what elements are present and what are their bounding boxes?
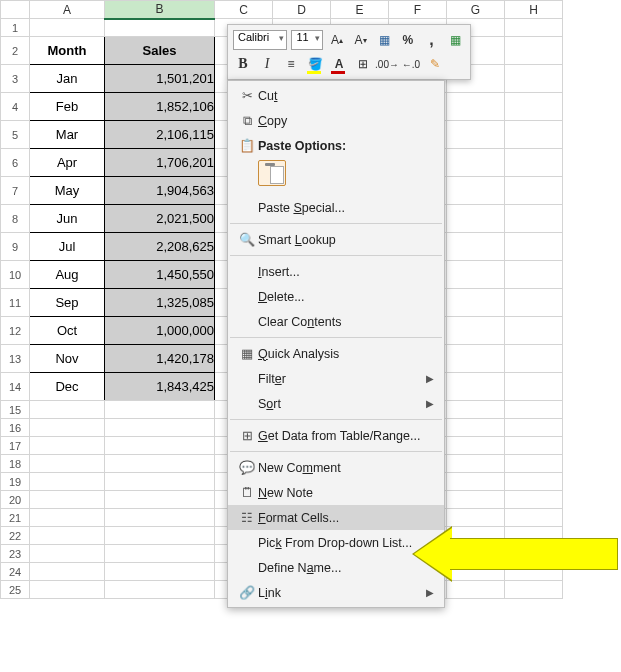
menu-sort[interactable]: Sort ▶ <box>228 391 444 416</box>
row-1[interactable]: 1 <box>1 19 30 37</box>
cell-sales[interactable]: 2,208,625 <box>105 233 215 261</box>
cell-sales[interactable]: 1,450,550 <box>105 261 215 289</box>
row-7[interactable]: 7 <box>1 177 30 205</box>
cell-sales[interactable]: 1,843,425 <box>105 373 215 401</box>
cell-sales[interactable]: 1,706,201 <box>105 149 215 177</box>
menu-copy[interactable]: ⧉ Copy <box>228 108 444 133</box>
select-all[interactable] <box>1 1 30 19</box>
row-20[interactable]: 20 <box>1 491 30 509</box>
cell-month[interactable]: Feb <box>30 93 105 121</box>
col-H[interactable]: H <box>505 1 563 19</box>
menu-delete[interactable]: Delete... <box>228 284 444 309</box>
header-month[interactable]: Month <box>30 37 105 65</box>
format-painter-icon[interactable]: ✎ <box>425 54 445 74</box>
bold-button[interactable]: B <box>233 54 253 74</box>
increase-font-icon[interactable]: A▴ <box>327 30 347 50</box>
cell-sales[interactable]: 1,501,201 <box>105 65 215 93</box>
cell-month[interactable]: May <box>30 177 105 205</box>
row-19[interactable]: 19 <box>1 473 30 491</box>
row-9[interactable]: 9 <box>1 233 30 261</box>
row-4[interactable]: 4 <box>1 93 30 121</box>
cell-sales[interactable]: 1,904,563 <box>105 177 215 205</box>
cell-sales[interactable]: 1,325,085 <box>105 289 215 317</box>
row-12[interactable]: 12 <box>1 317 30 345</box>
cell-month[interactable]: Oct <box>30 317 105 345</box>
row-13[interactable]: 13 <box>1 345 30 373</box>
menu-smart-lookup[interactable]: 🔍 Smart Lookup <box>228 227 444 252</box>
col-D[interactable]: D <box>273 1 331 19</box>
menu-cut[interactable]: ✂ Cut <box>228 83 444 108</box>
italic-button[interactable]: I <box>257 54 277 74</box>
col-E[interactable]: E <box>331 1 389 19</box>
col-F[interactable]: F <box>389 1 447 19</box>
row-11[interactable]: 11 <box>1 289 30 317</box>
quick-analysis-icon: ▦ <box>236 346 258 361</box>
chevron-right-icon: ▶ <box>426 373 434 384</box>
percent-icon[interactable]: % <box>398 30 418 50</box>
comma-icon[interactable]: , <box>422 30 442 50</box>
menu-paste-special[interactable]: Paste Special... <box>228 195 444 220</box>
cell-month[interactable]: Dec <box>30 373 105 401</box>
row-10[interactable]: 10 <box>1 261 30 289</box>
cell-month[interactable]: Jan <box>30 65 105 93</box>
font-select[interactable]: Calibri <box>233 30 287 50</box>
row-16[interactable]: 16 <box>1 419 30 437</box>
col-A[interactable]: A <box>30 1 105 19</box>
col-B[interactable]: B <box>105 1 215 19</box>
row-14[interactable]: 14 <box>1 373 30 401</box>
cell-sales[interactable]: 2,106,115 <box>105 121 215 149</box>
row-3[interactable]: 3 <box>1 65 30 93</box>
menu-new-comment[interactable]: 💬 New Comment <box>228 455 444 480</box>
comment-icon: 💬 <box>236 460 258 475</box>
row-6[interactable]: 6 <box>1 149 30 177</box>
col-G[interactable]: G <box>447 1 505 19</box>
cell-sales[interactable]: 1,852,106 <box>105 93 215 121</box>
align-icon[interactable]: ≡ <box>281 54 301 74</box>
row-8[interactable]: 8 <box>1 205 30 233</box>
cell-sales[interactable]: 1,420,178 <box>105 345 215 373</box>
row-18[interactable]: 18 <box>1 455 30 473</box>
row-17[interactable]: 17 <box>1 437 30 455</box>
increase-decimal-icon[interactable]: .00→ <box>377 54 397 74</box>
copy-icon: ⧉ <box>236 113 258 129</box>
cell-month[interactable]: Apr <box>30 149 105 177</box>
menu-clear-contents[interactable]: Clear Contents <box>228 309 444 334</box>
link-icon: 🔗 <box>236 585 258 600</box>
mini-toolbar: Calibri 11 A▴ A▾ ▦ % , ▦ B I ≡ 🪣 A ⊞ .00… <box>227 24 471 80</box>
paste-option-default[interactable] <box>258 160 286 186</box>
fill-color-icon[interactable]: 🪣 <box>305 54 325 74</box>
decrease-font-icon[interactable]: A▾ <box>351 30 371 50</box>
cell-month[interactable]: Mar <box>30 121 105 149</box>
borders-icon[interactable]: ⊞ <box>353 54 373 74</box>
header-sales[interactable]: Sales <box>105 37 215 65</box>
row-15[interactable]: 15 <box>1 401 30 419</box>
cell-month[interactable]: Aug <box>30 261 105 289</box>
cell-month[interactable]: Jun <box>30 205 105 233</box>
col-C[interactable]: C <box>215 1 273 19</box>
font-color-icon[interactable]: A <box>329 54 349 74</box>
chevron-right-icon: ▶ <box>426 398 434 409</box>
row-25[interactable]: 25 <box>1 581 30 599</box>
row-23[interactable]: 23 <box>1 545 30 563</box>
paste-icon: 📋 <box>236 138 258 153</box>
font-size-select[interactable]: 11 <box>291 30 323 50</box>
row-22[interactable]: 22 <box>1 527 30 545</box>
cell-month[interactable]: Jul <box>30 233 105 261</box>
menu-new-note[interactable]: 🗒 New Note <box>228 480 444 505</box>
cell-sales[interactable]: 2,021,500 <box>105 205 215 233</box>
row-24[interactable]: 24 <box>1 563 30 581</box>
format-table-icon[interactable]: ▦ <box>445 30 465 50</box>
menu-filter[interactable]: Filter ▶ <box>228 366 444 391</box>
row-5[interactable]: 5 <box>1 121 30 149</box>
decrease-decimal-icon[interactable]: ←.0 <box>401 54 421 74</box>
accounting-format-icon[interactable]: ▦ <box>374 30 394 50</box>
menu-link[interactable]: 🔗 Link ▶ <box>228 580 444 605</box>
menu-insert[interactable]: Insert... <box>228 259 444 284</box>
menu-get-data[interactable]: ⊞ Get Data from Table/Range... <box>228 423 444 448</box>
menu-quick-analysis[interactable]: ▦ Quick Analysis <box>228 341 444 366</box>
cell-month[interactable]: Sep <box>30 289 105 317</box>
row-2[interactable]: 2 <box>1 37 30 65</box>
cell-sales[interactable]: 1,000,000 <box>105 317 215 345</box>
cell-month[interactable]: Nov <box>30 345 105 373</box>
row-21[interactable]: 21 <box>1 509 30 527</box>
